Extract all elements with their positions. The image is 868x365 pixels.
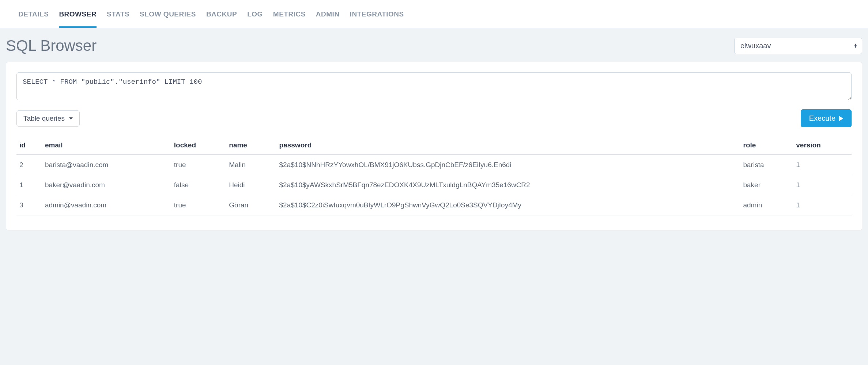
play-icon: [839, 116, 843, 121]
cell-role: admin: [739, 195, 792, 215]
tab-metrics[interactable]: METRICS: [273, 0, 306, 28]
database-select[interactable]: elwuxaav ▲▼: [734, 38, 862, 54]
tab-stats[interactable]: STATS: [107, 0, 129, 28]
top-tabs: DETAILSBROWSERSTATSSLOW QUERIESBACKUPLOG…: [0, 0, 868, 28]
cell-locked: false: [170, 175, 224, 195]
cell-role: baker: [739, 175, 792, 195]
cell-id: 1: [16, 175, 41, 195]
cell-email: admin@vaadin.com: [41, 195, 170, 215]
cell-version: 1: [792, 155, 852, 175]
column-header-name: name: [224, 136, 275, 155]
sql-input[interactable]: [16, 72, 852, 100]
execute-button[interactable]: Execute: [801, 109, 852, 127]
cell-id: 3: [16, 195, 41, 215]
execute-label: Execute: [809, 114, 835, 123]
column-header-locked: locked: [170, 136, 224, 155]
cell-email: baker@vaadin.com: [41, 175, 170, 195]
tab-details[interactable]: DETAILS: [18, 0, 49, 28]
tab-backup[interactable]: BACKUP: [206, 0, 237, 28]
results-table: idemaillockednamepasswordroleversion 2ba…: [16, 136, 852, 215]
query-toolbar: Table queries Execute: [16, 109, 852, 127]
cell-password: $2a$10$yAWSkxhSrM5BFqn78ezEDOXK4X9UzMLTx…: [275, 175, 739, 195]
cell-role: barista: [739, 155, 792, 175]
tab-log[interactable]: LOG: [247, 0, 263, 28]
table-queries-label: Table queries: [23, 114, 65, 123]
table-row: 3admin@vaadin.comtrueGöran$2a$10$C2z0iSw…: [16, 195, 852, 215]
page-header: SQL Browser elwuxaav ▲▼: [0, 28, 868, 62]
column-header-role: role: [739, 136, 792, 155]
database-select-value: elwuxaav: [740, 42, 771, 50]
column-header-version: version: [792, 136, 852, 155]
table-row: 1baker@vaadin.comfalseHeidi$2a$10$yAWSkx…: [16, 175, 852, 195]
cell-id: 2: [16, 155, 41, 175]
table-row: 2barista@vaadin.comtrueMalin$2a$10$NNhHR…: [16, 155, 852, 175]
cell-password: $2a$10$C2z0iSwIuxqvm0uBfyWLrO9PgShwnVyGw…: [275, 195, 739, 215]
cell-locked: true: [170, 195, 224, 215]
cell-email: barista@vaadin.com: [41, 155, 170, 175]
column-header-password: password: [275, 136, 739, 155]
cell-password: $2a$10$NNhHRzYYowxhOL/BMX91jO6KUbss.GpDj…: [275, 155, 739, 175]
select-arrows-icon: ▲▼: [854, 44, 857, 48]
column-header-id: id: [16, 136, 41, 155]
tab-admin[interactable]: ADMIN: [316, 0, 340, 28]
cell-name: Göran: [224, 195, 275, 215]
cell-name: Malin: [224, 155, 275, 175]
tab-integrations[interactable]: INTEGRATIONS: [350, 0, 404, 28]
cell-locked: true: [170, 155, 224, 175]
query-panel: Table queries Execute idemaillockednamep…: [6, 62, 862, 230]
cell-version: 1: [792, 195, 852, 215]
tab-slow-queries[interactable]: SLOW QUERIES: [140, 0, 196, 28]
caret-down-icon: [69, 117, 73, 120]
column-header-email: email: [41, 136, 170, 155]
tab-browser[interactable]: BROWSER: [59, 0, 97, 28]
table-queries-button[interactable]: Table queries: [16, 110, 80, 127]
cell-name: Heidi: [224, 175, 275, 195]
page-title: SQL Browser: [6, 37, 97, 54]
cell-version: 1: [792, 175, 852, 195]
